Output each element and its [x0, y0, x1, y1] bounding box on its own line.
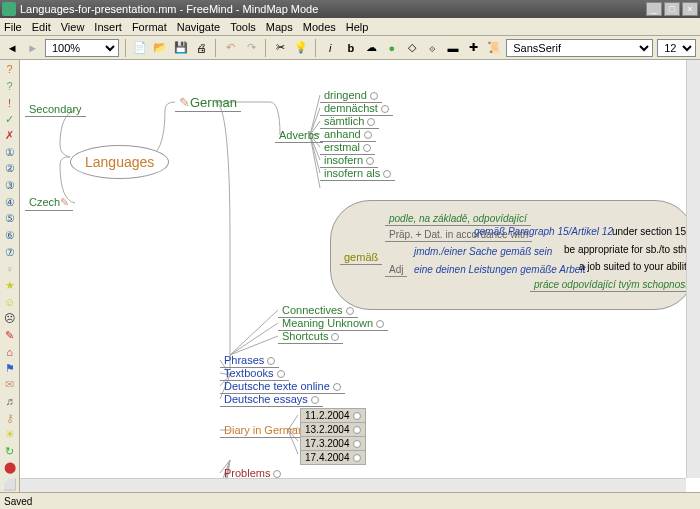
left-icon-0[interactable]: ?	[2, 62, 18, 77]
bold-icon[interactable]: b	[343, 39, 359, 57]
undo-icon[interactable]: ↶	[222, 39, 238, 57]
node-gemass-podle[interactable]: podle, na základě, odpovídající	[385, 212, 531, 226]
left-icon-5[interactable]: ①	[2, 145, 18, 160]
left-icon-12[interactable]: ♀	[2, 261, 18, 276]
node-german[interactable]: ✎German	[175, 94, 241, 112]
node-diary-date[interactable]: 11.2.2004	[300, 408, 366, 423]
left-icon-15[interactable]: ☹	[2, 311, 18, 326]
left-icon-25[interactable]: ⬜	[2, 477, 18, 492]
left-toolbar: ??!✓✗①②③④⑤⑥⑦♀★☺☹✎⌂⚑✉♬⚷☀↻⬤⬜	[0, 60, 20, 492]
left-icon-11[interactable]: ⑦	[2, 245, 18, 260]
close-button[interactable]: ×	[682, 2, 698, 16]
menu-file[interactable]: File	[4, 21, 22, 33]
forward-icon[interactable]: ►	[24, 39, 40, 57]
canvas[interactable]: Languages Secondary Czech✎ ✎German Adver…	[20, 60, 700, 492]
left-icon-16[interactable]: ✎	[2, 328, 18, 343]
left-icon-4[interactable]: ✗	[2, 128, 18, 143]
new-icon[interactable]: 📄	[132, 39, 148, 57]
open-icon[interactable]: 📂	[152, 39, 168, 57]
left-icon-7[interactable]: ③	[2, 178, 18, 193]
node-gemass-prace[interactable]: práce odpovídající tvým schopnostem	[530, 278, 700, 292]
node-diary-date[interactable]: 13.2.2004	[300, 422, 366, 437]
window-title: Languages-for-presentation.mm - FreeMind…	[20, 3, 646, 15]
color-icon[interactable]: ●	[383, 39, 399, 57]
menu-insert[interactable]: Insert	[94, 21, 122, 33]
node-czech[interactable]: Czech✎	[25, 195, 73, 211]
menu-view[interactable]: View	[61, 21, 85, 33]
node-adverbs[interactable]: Adverbs	[275, 128, 323, 143]
titlebar: Languages-for-presentation.mm - FreeMind…	[0, 0, 700, 18]
left-icon-2[interactable]: !	[2, 95, 18, 110]
node-gemass[interactable]: gemäß	[340, 250, 382, 265]
left-icon-14[interactable]: ☺	[2, 295, 18, 310]
app-icon	[2, 2, 16, 16]
menu-format[interactable]: Format	[132, 21, 167, 33]
scrollbar-horizontal[interactable]	[20, 478, 686, 492]
minimize-button[interactable]: _	[646, 2, 662, 16]
redo-icon[interactable]: ↷	[243, 39, 259, 57]
left-icon-8[interactable]: ④	[2, 195, 18, 210]
node-icon[interactable]: ◇	[404, 39, 420, 57]
node-shortcuts[interactable]: Shortcuts	[278, 329, 343, 344]
menubar: File Edit View Insert Format Navigate To…	[0, 18, 700, 36]
left-icon-10[interactable]: ⑥	[2, 228, 18, 243]
node-secondary[interactable]: Secondary	[25, 102, 86, 117]
maximize-button[interactable]: □	[664, 2, 680, 16]
scroll-icon[interactable]: 📜	[486, 39, 502, 57]
save-icon[interactable]: 💾	[172, 39, 188, 57]
menu-modes[interactable]: Modes	[303, 21, 336, 33]
left-icon-1[interactable]: ?	[2, 79, 18, 94]
left-icon-9[interactable]: ⑤	[2, 211, 18, 226]
zoom-select[interactable]: 100%	[45, 39, 119, 57]
node-diary-date[interactable]: 17.3.2004	[300, 436, 366, 451]
toolbar: ◄ ► 100% 📄 📂 💾 🖨 ↶ ↷ ✂ 💡 i b ☁ ● ◇ ⟐ ▬ ✚…	[0, 36, 700, 60]
node-gemass-adj[interactable]: Adj	[385, 263, 407, 277]
bulb-icon[interactable]: 💡	[293, 39, 309, 57]
left-icon-22[interactable]: ☀	[2, 427, 18, 442]
left-icon-23[interactable]: ↻	[2, 444, 18, 459]
status-text: Saved	[4, 496, 32, 507]
plus-icon[interactable]: ✚	[465, 39, 481, 57]
left-icon-6[interactable]: ②	[2, 162, 18, 177]
node-gemass-jmdm-tr[interactable]: be appropriate for sb./to sth.	[560, 243, 693, 256]
node-essays[interactable]: Deutsche essays	[220, 392, 323, 407]
fontsize-select[interactable]: 12	[657, 39, 696, 57]
left-icon-24[interactable]: ⬤	[2, 461, 18, 476]
scrollbar-vertical[interactable]	[686, 60, 700, 478]
cloud-icon[interactable]: ☁	[363, 39, 379, 57]
back-icon[interactable]: ◄	[4, 39, 20, 57]
left-icon-13[interactable]: ★	[2, 278, 18, 293]
left-icon-20[interactable]: ♬	[2, 394, 18, 409]
italic-icon[interactable]: i	[322, 39, 338, 57]
font-select[interactable]: SansSerif	[506, 39, 653, 57]
node-diary[interactable]: Diary in German	[220, 423, 308, 438]
node-gemass-eine[interactable]: eine deinen Leistungen gemäße Arbeit	[410, 263, 589, 276]
menu-maps[interactable]: Maps	[266, 21, 293, 33]
menu-edit[interactable]: Edit	[32, 21, 51, 33]
node-diary-date[interactable]: 17.4.2004	[300, 450, 366, 465]
node-gemass-eine-tr[interactable]: a job suited to your abilities	[575, 260, 700, 273]
link-icon[interactable]: ⟐	[424, 39, 440, 57]
node-gemass-ex1[interactable]: gemäß Paragraph 15/Artikel 12	[470, 225, 617, 238]
left-icon-17[interactable]: ⌂	[2, 344, 18, 359]
cut-icon[interactable]: ✂	[272, 39, 288, 57]
menu-help[interactable]: Help	[346, 21, 369, 33]
left-icon-19[interactable]: ✉	[2, 378, 18, 393]
statusbar: Saved	[0, 492, 700, 509]
node-gemass-jmdm[interactable]: jmdm./einer Sache gemäß sein	[410, 245, 556, 258]
node-root[interactable]: Languages	[70, 145, 169, 179]
left-icon-21[interactable]: ⚷	[2, 411, 18, 426]
menu-tools[interactable]: Tools	[230, 21, 256, 33]
minus-icon[interactable]: ▬	[445, 39, 461, 57]
menu-navigate[interactable]: Navigate	[177, 21, 220, 33]
node-adverb-item[interactable]: insofern als	[320, 166, 395, 181]
left-icon-3[interactable]: ✓	[2, 112, 18, 127]
left-icon-18[interactable]: ⚑	[2, 361, 18, 376]
print-icon[interactable]: 🖨	[193, 39, 209, 57]
